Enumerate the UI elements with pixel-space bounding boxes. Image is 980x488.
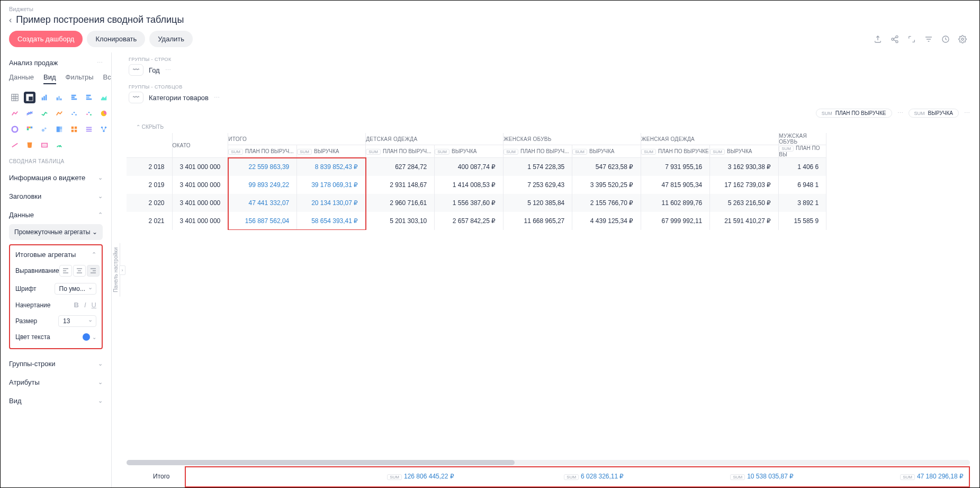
chart-type-bar-icon[interactable] <box>39 92 50 103</box>
itogo-rev-cell[interactable]: 20 134 130,07 ₽ <box>297 194 366 212</box>
dataset-menu-icon[interactable]: ⋯ <box>97 59 103 66</box>
rows-group-chip[interactable]: 〰 <box>129 64 143 76</box>
chart-type-gauge-icon[interactable] <box>53 139 65 151</box>
chart-type-column-icon[interactable] <box>53 92 65 103</box>
year-cell[interactable]: 2 019 <box>127 176 172 194</box>
filter-icon[interactable] <box>924 35 933 43</box>
year-cell[interactable]: 2 021 <box>127 212 172 230</box>
year-cell[interactable]: 2 018 <box>127 158 172 176</box>
align-left-button[interactable] <box>59 265 72 277</box>
bold-button[interactable]: B <box>74 301 79 309</box>
history-icon[interactable] <box>941 35 950 43</box>
chart-type-network-icon[interactable] <box>98 123 110 135</box>
metric-revenue[interactable]: SUMВЫРУЧКА <box>909 109 959 118</box>
chart-type-heatmap-icon[interactable] <box>24 123 35 135</box>
chart-type-html-icon[interactable] <box>24 139 35 151</box>
chart-type-bubble-icon[interactable] <box>39 123 50 135</box>
clone-button[interactable]: Клонировать <box>87 31 145 47</box>
th-itogo[interactable]: ИТОГО <box>228 133 366 145</box>
itogo-rev-cell[interactable]: 8 839 852,43 ₽ <box>297 158 366 176</box>
color-picker[interactable]: ⌄ <box>83 333 96 341</box>
align-right-button[interactable] <box>87 265 100 277</box>
th-okato[interactable]: ОКАТО <box>172 133 228 158</box>
th-year[interactable] <box>127 133 172 158</box>
th-sub-rev[interactable]: SUMВЫРУЧКА <box>435 145 504 158</box>
th-sub-plan[interactable]: SUMПЛАН ПО ВЫРУЧ... <box>504 145 572 158</box>
chart-type-card-icon[interactable] <box>39 139 50 151</box>
share-icon[interactable] <box>891 35 899 43</box>
export-icon[interactable] <box>874 35 882 43</box>
itogo-plan-cell[interactable]: 22 559 863,39 <box>228 158 297 176</box>
chart-type-scatter2-icon[interactable] <box>83 108 95 119</box>
th-sub-rev[interactable]: SUMВЫРУЧКА <box>297 145 366 158</box>
chart-type-line3-icon[interactable] <box>39 108 50 119</box>
year-cell[interactable]: 2 020 <box>127 194 172 212</box>
collapser-vid[interactable]: Вид⌄ <box>9 392 108 410</box>
chart-type-hbar2-icon[interactable] <box>83 92 95 103</box>
rows-group-menu[interactable]: ⋯ <box>165 67 171 74</box>
th-sub-plan[interactable]: SUMПЛАН ПО ВЫ <box>779 145 826 158</box>
collapser-data[interactable]: Данные⌃ <box>9 206 108 224</box>
tab-data[interactable]: Данные <box>9 73 34 84</box>
create-dashboard-button[interactable]: Создать дашборд <box>9 31 83 47</box>
collapser-headers[interactable]: Заголовки⌄ <box>9 187 108 206</box>
chart-type-area-icon[interactable] <box>98 92 110 103</box>
back-icon[interactable]: ‹ <box>9 15 12 25</box>
svg-rect-33 <box>29 127 31 129</box>
th-wshoes[interactable]: ЖЕНСКАЯ ОБУВЬ <box>504 133 641 145</box>
horizontal-scrollbar[interactable] <box>127 460 970 465</box>
italic-button[interactable]: I <box>84 301 86 309</box>
chart-type-table-icon[interactable] <box>9 92 21 103</box>
chart-type-pie-icon[interactable] <box>98 108 110 119</box>
th-sub-rev[interactable]: SUMВЫРУЧКА <box>572 145 641 158</box>
th-kids[interactable]: ДЕТСКАЯ ОДЕЖДА <box>366 133 504 145</box>
delete-button[interactable]: Удалить <box>149 31 193 47</box>
size-select[interactable]: 13 <box>58 315 96 327</box>
th-sub-plan[interactable]: SUMПЛАН ПО ВЫРУЧ... <box>228 145 297 158</box>
itogo-rev-cell[interactable]: 58 654 393,41 ₽ <box>297 212 366 230</box>
metric-plan[interactable]: SUMПЛАН ПО ВЫРУЧКЕ <box>816 109 892 118</box>
settings-icon[interactable] <box>958 35 967 43</box>
th-mshoes[interactable]: МУЖСКАЯ ОБУВЬ <box>779 133 826 145</box>
table-row: 2 0203 401 000 00047 441 332,0720 134 13… <box>127 194 826 212</box>
th-sub-rev[interactable]: SUMВЫРУЧКА <box>710 145 779 158</box>
font-select[interactable]: По умо... <box>55 283 96 295</box>
itogo-rev-cell[interactable]: 39 178 069,31 ₽ <box>297 176 366 194</box>
th-wclothes[interactable]: ЖЕНСКАЯ ОДЕЖДА <box>641 133 779 145</box>
tab-all[interactable]: Все <box>103 73 112 84</box>
itogo-plan-cell[interactable]: 47 441 332,07 <box>228 194 297 212</box>
chart-type-line2-icon[interactable] <box>24 108 35 119</box>
th-sub-plan[interactable]: SUMПЛАН ПО ВЫРУЧ... <box>366 145 435 158</box>
itogo-plan-cell[interactable]: 156 887 562,04 <box>228 212 297 230</box>
itogo-plan-cell[interactable]: 99 893 249,22 <box>228 176 297 194</box>
chart-type-pivot-icon[interactable] <box>24 92 35 103</box>
chart-type-treemap-icon[interactable] <box>53 123 65 135</box>
tab-filters[interactable]: Фильтры <box>66 73 94 84</box>
chart-type-hbar-icon[interactable] <box>68 92 80 103</box>
svg-rect-34 <box>31 127 33 129</box>
underline-button[interactable]: U <box>92 301 96 309</box>
cols-group-chip[interactable]: 〰 <box>129 92 143 103</box>
breadcrumb[interactable]: Виджеты <box>9 6 971 12</box>
tab-view[interactable]: Вид <box>43 73 56 84</box>
chart-type-line4-icon[interactable] <box>53 108 65 119</box>
chart-type-grid-icon[interactable] <box>68 123 80 135</box>
chart-type-line5-icon[interactable] <box>9 139 21 151</box>
chart-type-list-icon[interactable] <box>83 123 95 135</box>
sub-intermediate-agg[interactable]: Промежуточные агрегаты⌄ <box>9 224 103 240</box>
hide-toggle[interactable]: СКРЫТЬ <box>127 121 979 133</box>
th-sub-plan[interactable]: SUMПЛАН ПО ВЫРУЧКЕ <box>641 145 710 158</box>
chart-type-scatter-icon[interactable] <box>68 108 80 119</box>
data-cell: 547 623,58 ₽ <box>572 158 641 176</box>
collapser-group-rows[interactable]: Группы-строки⌄ <box>9 354 108 373</box>
expand-icon[interactable] <box>907 35 916 43</box>
cols-group-menu[interactable]: ⋯ <box>214 94 220 101</box>
collapser-widget-info[interactable]: Информация о виджете⌄ <box>9 168 108 187</box>
collapser-final-agg[interactable]: Итоговые агрегаты⌃ <box>15 250 96 262</box>
cols-group-value[interactable]: Категории товаров <box>149 94 209 102</box>
align-center-button[interactable] <box>73 265 86 277</box>
chart-type-line-icon[interactable] <box>9 108 21 119</box>
collapser-attributes[interactable]: Атрибуты⌄ <box>9 373 108 392</box>
rows-group-value[interactable]: Год <box>149 66 160 74</box>
chart-type-donut-icon[interactable] <box>9 123 21 135</box>
